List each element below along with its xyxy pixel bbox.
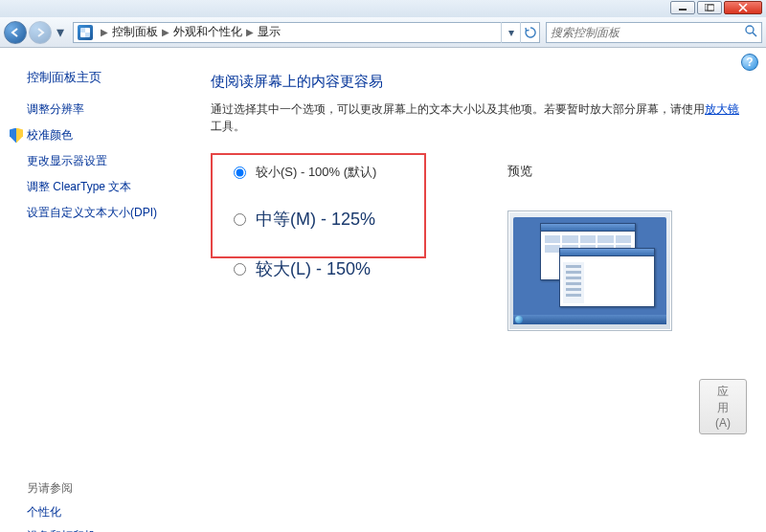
sidebar-item-resolution[interactable]: 调整分辨率 [10,101,188,118]
svg-rect-0 [679,9,687,11]
forward-button[interactable] [29,21,52,44]
breadcrumb-item[interactable]: 控制面板 [112,24,158,40]
control-panel-icon [78,25,93,40]
window-body: ? 控制面板主页 调整分辨率 校准颜色 更改显示器设置 调整 ClearType… [0,48,766,532]
chevron-right-icon: ▶ [101,27,108,37]
address-bar[interactable]: ▶ 控制面板 ▶ 外观和个性化 ▶ 显示 ▾ [73,22,540,43]
page-title: 使阅读屏幕上的内容更容易 [211,73,747,91]
nav-history-dropdown[interactable]: ▾ [54,21,67,44]
breadcrumb-item[interactable]: 外观和个性化 [173,24,242,40]
address-dropdown[interactable]: ▾ [501,22,520,43]
highlight-annotation [211,153,426,258]
radio-label: 较大(L) - 150% [256,257,371,280]
navigation-bar: ▾ ▶ 控制面板 ▶ 外观和个性化 ▶ 显示 ▾ [0,17,766,48]
radio-input[interactable] [234,263,246,276]
chevron-right-icon: ▶ [246,27,254,37]
page-description: 通过选择其中一个选项，可以更改屏幕上的文本大小以及其他项。若要暂时放大部分屏幕，… [211,100,747,135]
close-button[interactable] [724,1,762,14]
maximize-button[interactable] [697,1,722,14]
see-also-devices-printers[interactable]: 设备和打印机 [27,528,96,532]
preview-thumbnail [507,211,672,331]
sidebar-item-display-settings[interactable]: 更改显示器设置 [10,153,188,169]
search-input[interactable] [551,26,744,39]
sidebar-item-calibrate[interactable]: 校准颜色 [10,127,188,144]
help-icon[interactable]: ? [741,54,758,71]
refresh-button[interactable] [520,22,539,43]
search-box[interactable] [546,22,762,43]
desc-text: 工具。 [211,120,245,133]
desc-text: 通过选择其中一个选项，可以更改屏幕上的文本大小以及其他项。若要暂时放大部分屏幕，… [211,102,705,116]
search-icon [744,24,757,41]
sidebar-item-custom-dpi[interactable]: 设置自定义文本大小(DPI) [10,205,188,221]
back-button[interactable] [4,21,27,44]
magnifier-link[interactable]: 放大镜 [705,102,739,116]
sidebar-item-label: 校准颜色 [27,127,73,144]
chevron-right-icon: ▶ [162,27,169,37]
minimize-button[interactable] [670,1,695,14]
sidebar: 控制面板主页 调整分辨率 校准颜色 更改显示器设置 调整 ClearType 文… [6,69,188,231]
svg-rect-2 [708,5,714,11]
shield-icon [10,128,23,144]
sidebar-item-label: 调整分辨率 [27,101,84,118]
see-also-section: 另请参阅 个性化 设备和打印机 [27,480,96,532]
svg-line-4 [753,33,756,36]
control-panel-home-link[interactable]: 控制面板主页 [27,69,188,86]
breadcrumb-item[interactable]: 显示 [258,24,281,40]
window-titlebar [0,0,766,17]
apply-button[interactable]: 应用(A) [699,379,747,434]
svg-point-3 [746,26,754,33]
preview-label: 预览 [507,163,532,180]
sidebar-item-label: 更改显示器设置 [27,153,107,169]
main-content: 使阅读屏幕上的内容更容易 通过选择其中一个选项，可以更改屏幕上的文本大小以及其他… [211,73,747,307]
sidebar-item-cleartype[interactable]: 调整 ClearType 文本 [10,179,188,195]
see-also-personalization[interactable]: 个性化 [27,504,96,521]
sidebar-item-label: 调整 ClearType 文本 [27,179,131,195]
see-also-title: 另请参阅 [27,480,96,497]
sidebar-item-label: 设置自定义文本大小(DPI) [27,205,157,221]
